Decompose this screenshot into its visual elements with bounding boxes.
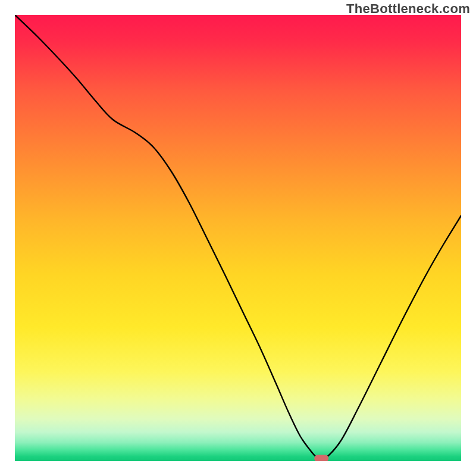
optimal-marker bbox=[314, 455, 328, 462]
bottleneck-chart bbox=[15, 15, 461, 461]
chart-frame: TheBottleneck.com bbox=[0, 0, 476, 476]
watermark-text: TheBottleneck.com bbox=[346, 1, 470, 17]
plot-area bbox=[15, 15, 461, 461]
gradient-background bbox=[15, 15, 461, 461]
